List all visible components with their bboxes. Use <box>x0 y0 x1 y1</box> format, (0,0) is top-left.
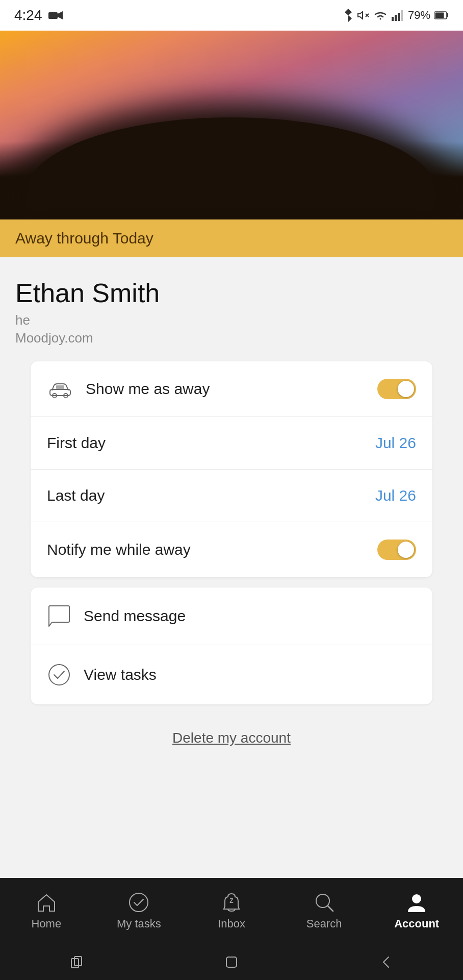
nav-home-label: Home <box>31 917 61 930</box>
svg-rect-14 <box>56 385 64 389</box>
svg-point-16 <box>130 893 148 912</box>
hero-tree-silhouette <box>0 117 463 219</box>
nav-bar: Home My tasks Z Inbox Search <box>0 878 463 944</box>
mytasks-icon <box>128 892 149 913</box>
show-me-as-away-toggle[interactable] <box>377 379 416 399</box>
delete-account-link[interactable]: Delete my account <box>172 730 291 746</box>
send-message-label: Send message <box>84 607 186 625</box>
home-icon <box>36 892 57 913</box>
status-bar: 4:24 79% <box>0 0 463 31</box>
last-day-value: Jul 26 <box>375 487 416 504</box>
notify-while-away-toggle[interactable] <box>377 540 416 560</box>
home-button[interactable] <box>220 951 243 973</box>
profile-pronouns: he <box>15 312 448 328</box>
svg-rect-10 <box>447 13 448 17</box>
recents-button[interactable] <box>66 951 88 973</box>
status-icons: 79% <box>344 9 449 22</box>
nav-item-home[interactable]: Home <box>0 892 93 930</box>
nav-account-label: Account <box>394 917 439 930</box>
svg-rect-4 <box>392 17 394 21</box>
hero-image <box>0 31 463 219</box>
svg-point-20 <box>412 894 421 903</box>
nav-item-account[interactable]: Account <box>370 892 463 930</box>
away-banner: Away through Today <box>0 219 463 257</box>
last-day-row[interactable]: Last day Jul 26 <box>31 470 432 522</box>
show-me-as-away-label: Show me as away <box>86 380 210 398</box>
camera-icon <box>48 10 63 20</box>
first-day-row[interactable]: First day Jul 26 <box>31 417 432 470</box>
battery-icon <box>434 11 449 20</box>
nav-item-mytasks[interactable]: My tasks <box>93 892 186 930</box>
car-icon <box>47 380 73 398</box>
away-banner-text: Away through Today <box>15 230 153 247</box>
search-icon <box>314 892 335 913</box>
svg-marker-1 <box>58 11 63 19</box>
view-tasks-row[interactable]: View tasks <box>31 645 432 704</box>
status-time: 4:24 <box>14 7 42 23</box>
profile-section: Ethan Smith he Moodjoy.com Show me as aw… <box>0 257 463 879</box>
toggle-knob <box>398 381 414 397</box>
svg-rect-23 <box>226 957 237 967</box>
battery-text: 79% <box>408 9 430 22</box>
nav-search-label: Search <box>306 917 342 930</box>
bluetooth-icon <box>344 9 353 22</box>
nav-inbox-label: Inbox <box>218 917 245 930</box>
profile-name: Ethan Smith <box>15 278 448 308</box>
nav-mytasks-label: My tasks <box>117 917 161 930</box>
away-settings-card: Show me as away First day Jul 26 Last da… <box>31 361 432 577</box>
bottom-navigation: Home My tasks Z Inbox Search <box>0 878 463 980</box>
nav-item-search[interactable]: Search <box>278 892 371 930</box>
first-day-value: Jul 26 <box>375 434 416 452</box>
svg-rect-9 <box>435 13 444 18</box>
notify-while-away-label: Notify me while away <box>47 541 191 558</box>
first-day-label: First day <box>47 434 106 452</box>
send-message-row[interactable]: Send message <box>31 587 432 645</box>
nav-item-inbox[interactable]: Z Inbox <box>185 892 278 930</box>
svg-point-15 <box>49 665 69 685</box>
svg-rect-5 <box>395 15 397 21</box>
message-icon <box>47 605 71 627</box>
inbox-icon: Z <box>221 892 242 913</box>
check-circle-icon <box>47 663 71 687</box>
toggle-knob-notify <box>398 542 414 558</box>
svg-rect-7 <box>401 10 403 21</box>
action-card: Send message View tasks <box>31 587 432 704</box>
svg-rect-6 <box>398 13 400 21</box>
svg-rect-0 <box>48 12 58 19</box>
svg-line-19 <box>328 906 333 911</box>
back-button[interactable] <box>375 951 397 973</box>
wifi-icon <box>373 10 388 21</box>
delete-account-container: Delete my account <box>15 715 448 767</box>
show-me-as-away-row[interactable]: Show me as away <box>31 361 432 417</box>
notify-while-away-row[interactable]: Notify me while away <box>31 522 432 577</box>
svg-point-18 <box>316 894 329 908</box>
signal-icon <box>392 10 404 21</box>
account-icon <box>406 892 427 913</box>
view-tasks-label: View tasks <box>84 666 157 683</box>
system-nav-bar <box>0 944 463 980</box>
last-day-label: Last day <box>47 487 105 504</box>
mute-icon <box>357 9 369 21</box>
profile-company: Moodjoy.com <box>15 330 448 346</box>
svg-text:Z: Z <box>229 897 233 904</box>
